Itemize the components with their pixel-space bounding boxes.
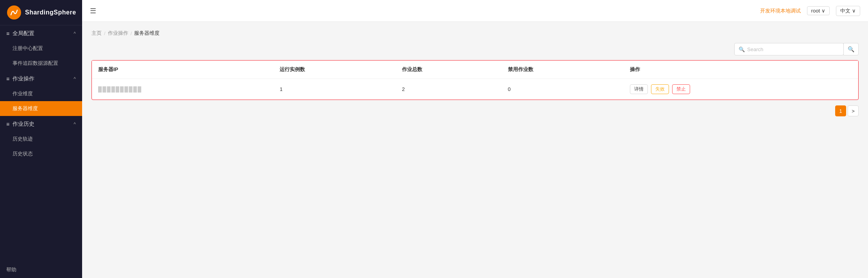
cell-running-instances: 1 [273,79,396,100]
job-history-chevron: ^ [74,121,76,127]
job-ops-icon: ≡ [6,76,9,82]
topbar: ☰ 开发环境本地调试 root ∨ 中文 ∨ [82,0,868,22]
search-row: 🔍 🔍 [91,43,859,55]
table-card: 服务器IP 运行实例数 作业总数 禁用作业数 操作 ██████████ 1 2 [91,60,859,100]
job-ops-label: 作业操作 [13,75,74,82]
col-running-instances: 运行实例数 [273,61,396,79]
cell-total-jobs: 2 [396,79,502,100]
server-ip-value: ██████████ [98,86,142,92]
col-disabled-jobs: 禁用作业数 [502,61,624,79]
cell-disabled-jobs: 0 [502,79,624,100]
sidebar-item-job-dimension[interactable]: 作业维度 [0,86,82,101]
main-area: ☰ 开发环境本地调试 root ∨ 中文 ∨ 主页 / 作业操作 / 服务器维度 [82,0,868,278]
col-total-jobs: 作业总数 [396,61,502,79]
breadcrumb-job-ops[interactable]: 作业操作 [108,30,128,37]
col-server-ip: 服务器IP [92,61,273,79]
sidebar-item-server-dimension[interactable]: 服务器维度 [0,101,82,116]
sidebar-group-header-job-history[interactable]: ≡ 作业历史 ^ [0,116,82,132]
disable-button[interactable]: 禁止 [672,84,690,94]
content-area: 主页 / 作业操作 / 服务器维度 🔍 🔍 [82,22,868,278]
action-buttons: 详情 失效 禁止 [630,84,852,94]
cell-actions: 详情 失效 禁止 [624,79,858,100]
breadcrumb-home[interactable]: 主页 [91,30,102,37]
search-button[interactable]: 🔍 [843,43,859,55]
sidebar-item-registry-center[interactable]: 注册中心配置 [0,41,82,56]
breadcrumb: 主页 / 作业操作 / 服务器维度 [91,30,859,37]
search-box: 🔍 [734,43,844,55]
env-label: 开发环境本地调试 [760,7,801,14]
table-header-row: 服务器IP 运行实例数 作业总数 禁用作业数 操作 [92,61,858,79]
global-config-label: 全局配置 [13,30,74,37]
global-config-chevron: ^ [74,31,76,36]
sidebar-logo: ShardingSphere [0,0,82,25]
lang-chevron-icon: ∨ [852,8,856,14]
job-history-label: 作业历史 [13,121,74,128]
sidebar-group-job-history: ≡ 作业历史 ^ 历史轨迹 历史状态 [0,116,82,161]
detail-button[interactable]: 详情 [630,84,648,94]
sidebar-group-job-ops: ≡ 作业操作 ^ 作业维度 服务器维度 [0,71,82,116]
col-actions: 操作 [624,61,858,79]
global-config-icon: ≡ [6,30,9,37]
fail-button[interactable]: 失效 [651,84,669,94]
logo-icon [7,5,21,20]
breadcrumb-sep2: / [131,30,132,36]
search-icon: 🔍 [739,46,745,52]
logo-text: ShardingSphere [25,9,76,16]
sidebar: ShardingSphere ≡ 全局配置 ^ 注册中心配置 事件追踪数据源配置… [0,0,82,278]
search-input[interactable] [747,46,839,52]
cell-server-ip: ██████████ [92,79,273,100]
topbar-right: 开发环境本地调试 root ∨ 中文 ∨ [760,6,860,16]
menu-toggle-icon[interactable]: ☰ [90,7,96,15]
sidebar-item-help[interactable]: 帮助 [0,262,82,278]
sidebar-item-event-trace[interactable]: 事件追踪数据源配置 [0,56,82,71]
sidebar-group-global-config: ≡ 全局配置 ^ 注册中心配置 事件追踪数据源配置 [0,25,82,71]
user-label: root [811,8,820,14]
breadcrumb-current: 服务器维度 [134,30,160,37]
lang-menu[interactable]: 中文 ∨ [836,6,860,16]
page-next-button[interactable]: > [848,105,859,116]
job-history-icon: ≡ [6,121,9,127]
user-menu[interactable]: root ∨ [807,6,830,15]
pagination: 1 > [91,105,859,116]
table-row: ██████████ 1 2 0 详情 失效 禁止 [92,79,858,100]
breadcrumb-sep1: / [104,30,106,36]
sidebar-group-header-job-ops[interactable]: ≡ 作业操作 ^ [0,71,82,86]
server-table: 服务器IP 运行实例数 作业总数 禁用作业数 操作 ██████████ 1 2 [92,61,858,100]
sidebar-group-header-global-config[interactable]: ≡ 全局配置 ^ [0,25,82,41]
user-chevron-icon: ∨ [821,8,825,14]
lang-label: 中文 [840,7,850,14]
sidebar-item-history-status[interactable]: 历史状态 [0,146,82,161]
page-1-button[interactable]: 1 [835,105,846,116]
sidebar-item-history-track[interactable]: 历史轨迹 [0,132,82,146]
job-ops-chevron: ^ [74,76,76,82]
topbar-left: ☰ [90,7,102,15]
search-button-icon: 🔍 [848,46,854,52]
